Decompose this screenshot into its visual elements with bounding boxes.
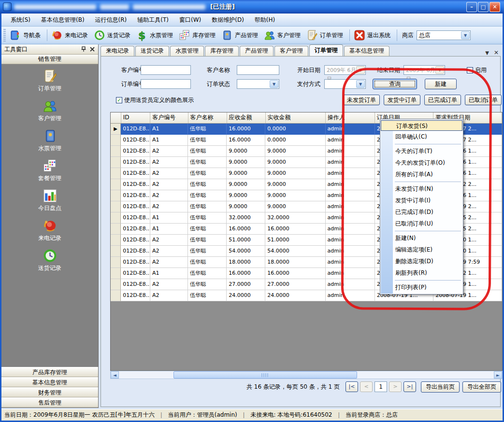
query-button[interactable]: 查询 xyxy=(373,79,417,89)
sidebar-item[interactable]: 水票管理 xyxy=(1,128,98,153)
last-page-button[interactable]: >| xyxy=(403,381,416,392)
cell-operator[interactable]: admin xyxy=(326,168,375,179)
cell-customer-no[interactable]: A2 xyxy=(150,190,188,201)
cell-receivable[interactable]: 9.0000 xyxy=(227,157,265,168)
cell-received[interactable]: 51.0000 xyxy=(265,235,325,246)
page-number-input[interactable] xyxy=(374,381,387,392)
context-menu-item[interactable]: 已完成订单(D) xyxy=(380,206,463,218)
context-menu-item[interactable]: 回单确认(C) xyxy=(380,131,463,142)
context-menu-item[interactable]: 编辑选定项(E) xyxy=(380,244,463,255)
cell-id[interactable]: 012D-E8... xyxy=(121,257,150,268)
cell-customer-name[interactable]: 伍华聪 xyxy=(188,201,227,212)
tab[interactable]: 客户管理 xyxy=(274,46,308,56)
row-selector-cell[interactable]: ▶ xyxy=(111,168,121,179)
tab[interactable]: 产品管理 xyxy=(240,46,274,56)
scroll-left-arrow-icon[interactable]: ◄ xyxy=(111,371,119,379)
cell-customer-no[interactable]: A2 xyxy=(150,168,188,179)
row-selector-cell[interactable]: ▶ xyxy=(111,124,121,135)
cell-id[interactable]: 012D-E8... xyxy=(121,146,150,157)
menu-item[interactable]: 辅助工具(T) xyxy=(132,14,174,26)
first-page-button[interactable]: |< xyxy=(346,381,358,392)
cell-receivable[interactable]: 24.0000 xyxy=(227,290,265,301)
cell-customer-no[interactable]: A2 xyxy=(150,246,188,257)
cell-receivable[interactable]: 16.0000 xyxy=(227,124,265,135)
customer-no-input[interactable] xyxy=(141,65,191,75)
pay-method-select[interactable]: ▼ xyxy=(324,79,366,89)
cell-customer-name[interactable]: 伍华聪 xyxy=(188,157,227,168)
menu-item[interactable]: 系统(S) xyxy=(5,14,36,26)
close-button[interactable]: ✕ xyxy=(490,2,500,12)
sidebar-group-header[interactable]: 销售管理 xyxy=(1,55,98,64)
color-display-checkbox-box[interactable]: ✓ xyxy=(116,97,122,103)
cell-receivable[interactable]: 16.0000 xyxy=(227,268,265,279)
cell-customer-no[interactable]: A1 xyxy=(150,124,188,135)
new-button[interactable]: 新建 xyxy=(425,79,457,89)
order-no-input[interactable] xyxy=(141,79,191,89)
row-selector-cell[interactable]: ▶ xyxy=(111,157,121,168)
cell-received[interactable]: 18.0000 xyxy=(265,257,325,268)
row-selector-cell[interactable]: ▶ xyxy=(111,201,121,212)
cell-receivable[interactable]: 9.0000 xyxy=(227,179,265,190)
cell-customer-name[interactable]: 伍华聪 xyxy=(188,268,227,279)
cell-customer-name[interactable]: 伍华聪 xyxy=(188,224,227,235)
cell-receivable[interactable]: 27.0000 xyxy=(227,279,265,290)
grid-column-header[interactable]: 实收金额 xyxy=(266,113,326,123)
toolbar-button[interactable]: 导航条 xyxy=(8,28,44,42)
cell-customer-no[interactable]: A1 xyxy=(150,224,188,235)
sidebar-close-icon[interactable] xyxy=(89,46,95,52)
cell-customer-no[interactable]: A2 xyxy=(150,201,188,212)
row-selector-cell[interactable]: ▶ xyxy=(111,257,121,268)
cell-received[interactable]: 24.0000 xyxy=(265,290,325,301)
cell-receivable[interactable]: 9.0000 xyxy=(227,168,265,179)
sidebar-bottom-group[interactable]: 财务管理 xyxy=(1,387,98,397)
toolbar-button[interactable]: 水票管理 xyxy=(134,28,177,42)
cell-operator[interactable]: admin xyxy=(326,268,375,279)
cell-operator[interactable]: admin xyxy=(326,212,375,224)
chevron-down-icon[interactable]: ▼ xyxy=(461,31,470,39)
cell-operator[interactable]: admin xyxy=(326,190,375,201)
toolbar-button[interactable]: 订单管理 xyxy=(304,28,347,42)
cell-customer-name[interactable]: 伍华聪 xyxy=(188,212,227,224)
cell-id[interactable]: 012D-E8... xyxy=(121,224,150,235)
cell-id[interactable]: 012D-E8... xyxy=(121,212,150,224)
cell-customer-name[interactable]: 伍华聪 xyxy=(188,279,227,290)
tab[interactable]: 水票管理 xyxy=(170,46,204,56)
cell-receivable[interactable]: 54.0000 xyxy=(227,246,265,257)
cell-operator[interactable]: admin xyxy=(326,290,375,301)
cell-id[interactable]: 012D-E8... xyxy=(121,246,150,257)
tab[interactable]: 基本信息管理 xyxy=(344,46,389,56)
sidebar-bottom-group[interactable]: 产品库存管理 xyxy=(1,367,98,377)
row-selector-cell[interactable]: ▶ xyxy=(111,235,121,246)
cell-customer-no[interactable]: A2 xyxy=(150,257,188,268)
cell-received[interactable]: 9.0000 xyxy=(265,157,325,168)
cell-received[interactable]: 9.0000 xyxy=(265,201,325,212)
context-menu-item[interactable]: 刷新列表(R) xyxy=(380,267,463,279)
cell-operator[interactable]: admin xyxy=(326,135,375,146)
row-selector-cell[interactable]: ▶ xyxy=(111,135,121,146)
row-selector-cell[interactable]: ▶ xyxy=(111,246,121,257)
tab-list-chevron-icon[interactable]: ▼ xyxy=(485,50,489,56)
cell-operator[interactable]: admin xyxy=(326,224,375,235)
end-date-picker[interactable]: 2009年 6月 8日 ▼ xyxy=(403,65,445,75)
cell-customer-name[interactable]: 伍华聪 xyxy=(188,168,227,179)
start-date-picker[interactable]: 2009年 6月 8日 ▼ xyxy=(324,65,366,75)
sidebar-item[interactable]: 套餐管理 xyxy=(1,158,98,183)
cell-receivable[interactable]: 18.0000 xyxy=(227,257,265,268)
cell-operator[interactable]: admin xyxy=(326,279,375,290)
cell-customer-name[interactable]: 伍华聪 xyxy=(188,190,227,201)
row-selector-cell[interactable]: ▶ xyxy=(111,190,121,201)
context-menu-item[interactable]: 新建(N) xyxy=(380,232,463,244)
cell-receivable[interactable]: 9.0000 xyxy=(227,190,265,201)
row-selector-cell[interactable]: ▶ xyxy=(111,279,121,290)
sidebar-bottom-group[interactable]: 售后管理 xyxy=(1,397,98,408)
sidebar-item[interactable]: 客户管理 xyxy=(1,98,98,123)
tab[interactable]: 送货记录 xyxy=(135,46,169,56)
cell-customer-no[interactable]: A2 xyxy=(150,279,188,290)
order-status-select[interactable]: ▼ xyxy=(237,79,279,89)
enable-checkbox[interactable]: 启用 xyxy=(467,66,487,74)
context-menu-item[interactable]: 发货中订单(I) xyxy=(380,195,463,206)
menu-item[interactable]: 运行信息(R) xyxy=(90,14,132,26)
tab[interactable]: 来电记录 xyxy=(101,46,134,56)
cell-receivable[interactable]: 32.0000 xyxy=(227,212,265,224)
toolbar-button[interactable]: 来电记录 xyxy=(49,28,92,42)
